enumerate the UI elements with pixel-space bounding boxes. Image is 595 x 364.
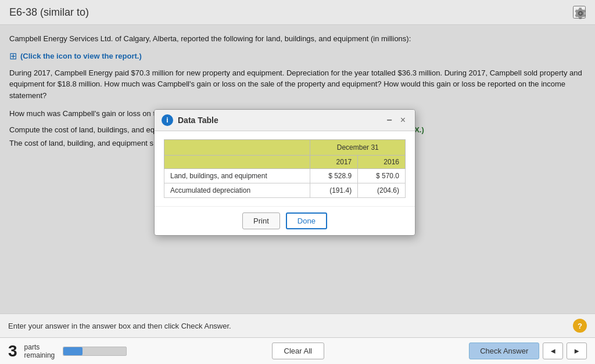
table-col-year-2017: 2017 [310,156,358,169]
parts-remaining-row: 3 parts remaining [8,343,55,359]
table-row: Accumulated depreciation (191.4) (204.6) [164,183,406,198]
parts-label2: remaining [24,351,55,359]
gear-button[interactable] [573,6,586,19]
next-button[interactable]: ► [567,343,587,359]
main-container: E6-38 (similar to) Campbell Energy Servi… [0,0,595,364]
data-table-modal: i Data Table − × December 31 [154,109,415,236]
row2-label: Accumulated depreciation [164,183,310,198]
row2-val2017: (191.4) [310,183,358,198]
row2-val2016: (204.6) [358,183,406,198]
modal-body: December 31 2017 2016 Land, buildings, a… [155,131,415,206]
footer-center: Clear All [135,343,461,359]
header: E6-38 (similar to) [0,0,595,25]
modal-header: i Data Table − × [155,110,415,131]
table-col-header-empty [164,140,310,156]
parts-label1: parts [24,343,55,351]
modal-controls: − × [384,116,408,125]
data-table: December 31 2017 2016 Land, buildings, a… [164,139,406,198]
table-header-row-top: December 31 [164,140,406,156]
footer-right: Check Answer ◄ ► [469,343,587,359]
footer-bar: 3 parts remaining Clear All Check Answer… [0,337,595,364]
modal-footer: Print Done [155,206,415,235]
table-col-year-2016: 2016 [358,156,406,169]
table-header-row-years: 2017 2016 [164,156,406,169]
table-col-header-date: December 31 [310,140,406,156]
done-button[interactable]: Done [286,212,327,229]
prev-button[interactable]: ◄ [543,343,563,359]
help-button[interactable]: ? [573,319,587,333]
modal-overlay: i Data Table − × December 31 [0,25,595,313]
progress-bar-fill [63,347,82,355]
table-col-year-empty [164,156,310,169]
parts-label-col: parts remaining [24,343,55,359]
table-row: Land, buildings, and equipment $ 528.9 $… [164,169,406,183]
parts-number: 3 [8,343,17,359]
answer-prompt: Enter your answer in the answer box and … [8,322,566,330]
clear-all-button[interactable]: Clear All [272,343,324,359]
page-title: E6-38 (similar to) [9,6,89,19]
modal-close-button[interactable]: × [398,116,408,125]
modal-title: Data Table [178,116,379,125]
modal-minimize-button[interactable]: − [384,116,394,125]
row1-val2016: $ 570.0 [358,169,406,183]
bottom-bar: Enter your answer in the answer box and … [0,313,595,337]
modal-info-icon: i [162,114,173,126]
content-area: Campbell Energy Services Ltd. of Calgary… [0,25,595,313]
progress-bar-container [63,347,127,356]
check-answer-button[interactable]: Check Answer [469,343,539,359]
print-button[interactable]: Print [242,212,280,229]
row1-val2017: $ 528.9 [310,169,358,183]
row1-label: Land, buildings, and equipment [164,169,310,183]
